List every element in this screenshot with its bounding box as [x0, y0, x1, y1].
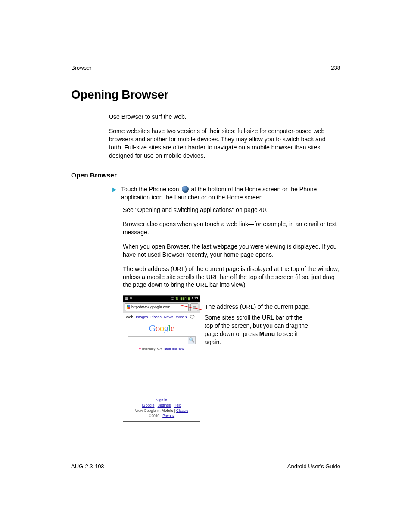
help-link[interactable]: Help	[174, 403, 181, 408]
figure-callouts: The address (URL) of the current page. S…	[205, 295, 312, 348]
status-right: ◌ ⇅ ▮▮▯ ▮ 1:23	[171, 297, 198, 301]
google-logo: Google	[123, 323, 200, 334]
status-data-icon: ⇅	[175, 297, 179, 301]
url-info: The web address (URL) of the current pag…	[123, 265, 340, 289]
google-footer: Sign in iGoogle Settings Help View Googl…	[123, 398, 200, 421]
figure-row: ▦ ⧉ ◌ ⇅ ▮▮▯ ▮ 1:23 http://www.google.com…	[123, 295, 340, 422]
viewin-pre: View Google in:	[135, 408, 162, 413]
privacy-link[interactable]: Privacy	[162, 414, 174, 418]
see-reference: See "Opening and switching applications"…	[123, 206, 340, 214]
running-header: Browser 238	[71, 65, 340, 73]
nav-news[interactable]: News	[164, 315, 173, 319]
phone-globe-icon	[182, 186, 189, 193]
nav-more[interactable]: more ▾	[176, 315, 187, 319]
also-opens: Browser also opens when you touch a web …	[123, 220, 340, 236]
status-bar: ▦ ⧉ ◌ ⇅ ▮▮▯ ▮ 1:23	[123, 296, 200, 302]
logo-e: e	[171, 323, 174, 333]
status-sync-icon: ◌	[171, 297, 174, 300]
intro-p1: Use Browser to surf the web.	[109, 113, 340, 121]
triangle-bullet-icon: ▶	[112, 186, 117, 193]
near-me-now[interactable]: Near me now	[164, 347, 184, 351]
status-sim-icon: ▦	[125, 297, 128, 300]
viewin-mobile: Mobile	[162, 408, 173, 413]
igoogle-link[interactable]: iGoogle	[142, 403, 154, 408]
phone-screenshot: ▦ ⧉ ◌ ⇅ ▮▮▯ ▮ 1:23 http://www.google.com…	[123, 295, 200, 422]
google-nav: Web Images Places News more ▾ 💬	[123, 313, 200, 321]
url-input[interactable]: http://www.google.com/...	[125, 303, 189, 311]
header-section: Browser	[71, 65, 92, 71]
procedure-step: ▶ Touch the Phone icon at the bottom of …	[112, 185, 340, 202]
footer-left: AUG-2.3-103	[71, 463, 104, 470]
location-city: Berkeley, CA	[142, 347, 162, 351]
section-title-open-browser: Open Browser	[71, 171, 340, 179]
page-title: Opening Browser	[71, 88, 340, 102]
status-download-icon: ⧉	[130, 297, 132, 300]
search-input[interactable]	[128, 336, 188, 343]
page-footer: AUG-2.3-103 Android User's Guide	[71, 463, 340, 470]
callout-2: Some sites scroll the URL bar off the to…	[205, 314, 312, 346]
procedure-followup: See "Opening and switching applications"…	[123, 206, 340, 289]
favicon-icon	[127, 305, 130, 309]
status-battery-icon: ▮	[188, 297, 190, 301]
sign-in-link[interactable]: Sign in	[156, 398, 167, 402]
logo-g2: g	[164, 323, 168, 333]
intro-block: Use Browser to surf the web. Some websit…	[109, 113, 340, 159]
logo-o1: o	[156, 323, 160, 333]
footer-right: Android User's Guide	[287, 463, 340, 470]
search-button[interactable]: 🔍	[188, 336, 196, 344]
step-text-pre: Touch the Phone icon	[121, 186, 181, 193]
nav-places[interactable]: Places	[150, 315, 162, 319]
page-content: Browser 238 Opening Browser Use Browser …	[71, 65, 340, 422]
viewin-classic[interactable]: Classic	[176, 408, 188, 413]
location-dot-icon: ●	[139, 347, 141, 351]
callout-1: The address (URL) of the current page.	[205, 303, 312, 311]
when-open: When you open Browser, the last webpage …	[123, 243, 340, 259]
nav-web[interactable]: Web	[126, 315, 133, 319]
labs-icon[interactable]: 💬	[190, 315, 195, 319]
location-row: ● Berkeley, CA Near me now	[123, 347, 200, 351]
url-text: http://www.google.com/...	[131, 305, 175, 309]
logo-o2: o	[160, 323, 164, 333]
header-page-number: 238	[331, 65, 340, 71]
callout-2-bold: Menu	[259, 330, 275, 337]
nav-images[interactable]: Images	[136, 315, 148, 319]
status-clock: 1:23	[191, 297, 198, 300]
logo-g1: G	[149, 323, 156, 333]
settings-link[interactable]: Settings	[158, 403, 171, 408]
google-search-row: 🔍	[128, 336, 196, 344]
copyright-pre: ©2010 ·	[149, 414, 162, 418]
magnifier-icon: 🔍	[189, 337, 195, 342]
status-signal-icon: ▮▮▯	[180, 297, 187, 301]
intro-p2: Some websites have two versions of their…	[109, 127, 340, 160]
procedure-step-text: Touch the Phone icon at the bottom of th…	[121, 185, 340, 202]
status-left: ▦ ⧉	[125, 297, 132, 300]
